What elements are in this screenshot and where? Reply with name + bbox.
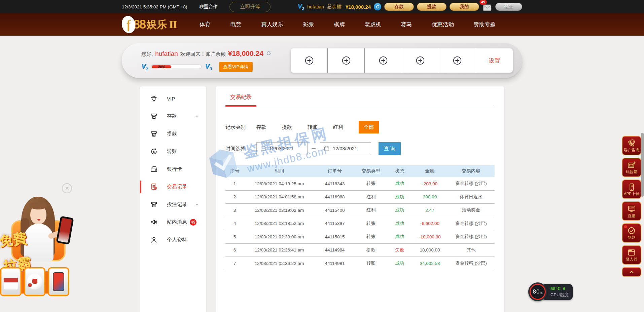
account-sidebar: VIP 存款 提款 $ 转账 银行卡 bbox=[140, 86, 206, 312]
filter-withdraw[interactable]: 提款 bbox=[282, 124, 292, 130]
date-range-dash: 一 bbox=[312, 146, 316, 152]
close-icon[interactable]: × bbox=[62, 183, 72, 193]
sidebar-item-label: VIP bbox=[167, 96, 175, 102]
sidebar-item-profile[interactable]: 个人资料 bbox=[140, 231, 206, 249]
date-from-input[interactable]: 12/03/2021 bbox=[256, 142, 308, 155]
status-badge: 成功 bbox=[387, 181, 412, 187]
amount-value: -203.00 bbox=[412, 181, 448, 186]
sidebar-item-withdraw[interactable]: 提款 bbox=[140, 125, 206, 143]
svg-text:777: 777 bbox=[629, 164, 633, 166]
chevron-up-icon[interactable] bbox=[195, 202, 199, 207]
status-badge: 成功 bbox=[387, 194, 412, 200]
nav-item-sponsorship[interactable]: 赞助专题 bbox=[473, 21, 496, 28]
vip-progress-value: 28% bbox=[158, 65, 165, 69]
filter-all[interactable]: 全部 bbox=[359, 121, 379, 133]
upgrade-button[interactable]: 立即升等 bbox=[229, 2, 271, 12]
table-row: 1 12/03/2021 04:19:25 am 44118343 转账 成功 … bbox=[225, 177, 495, 191]
sidebar-item-site-messages[interactable]: 站内消息 49 bbox=[140, 213, 206, 231]
sidebar-item-vip[interactable]: VIP bbox=[140, 90, 206, 108]
date-to-value: 12/03/2021 bbox=[333, 146, 357, 151]
sidebar-item-label: 银行卡 bbox=[167, 166, 182, 172]
promo-slot-windows bbox=[0, 267, 71, 297]
mine-button[interactable]: 我的 bbox=[450, 3, 479, 11]
live-stream-button[interactable]: LIVE 直播 bbox=[622, 201, 641, 221]
vip-detail-button[interactable]: 查看VIP详情 bbox=[219, 62, 253, 72]
sidebar-item-bet-records[interactable]: 投注记录 bbox=[140, 196, 206, 213]
nav-item-board-games[interactable]: 棋牌 bbox=[334, 21, 345, 28]
sidebar-item-bank-card[interactable]: 银行卡 bbox=[140, 160, 206, 178]
username: hufatian bbox=[307, 4, 324, 9]
bet-record-icon bbox=[150, 201, 158, 208]
add-slot-button-1[interactable] bbox=[291, 48, 327, 73]
refresh-balance-icon[interactable] bbox=[374, 3, 381, 10]
smartphone-icon bbox=[628, 183, 636, 191]
calendar-icon bbox=[324, 146, 330, 152]
record-type-filter: 记录类别 存款 提款 转账 红利 全部 bbox=[225, 121, 495, 133]
transaction-panel: 交易纪录 记录类别 存款 提款 转账 红利 全部 时间选择 12/03/2021… bbox=[216, 86, 504, 312]
play-slots-button[interactable]: 777 玩拉霸 bbox=[622, 158, 641, 177]
slot-prize-football bbox=[24, 267, 45, 296]
logout-button[interactable]: 登出 bbox=[495, 3, 522, 11]
phone-24-icon: 24 bbox=[627, 139, 636, 148]
app-download-button[interactable]: APP下载 bbox=[622, 180, 641, 199]
filter-deposit[interactable]: 存款 bbox=[256, 124, 266, 130]
alliance-link[interactable]: 联盟合作 bbox=[199, 4, 217, 10]
add-slot-button-2[interactable] bbox=[327, 48, 364, 73]
search-button[interactable]: 查 询 bbox=[379, 142, 401, 155]
sidebar-item-deposit[interactable]: 存款 bbox=[140, 108, 206, 125]
customer-service-button[interactable]: 24 客户咨询 bbox=[622, 136, 641, 155]
amount-value: -6,602.00 bbox=[412, 221, 448, 226]
chevron-up-icon[interactable] bbox=[195, 114, 199, 118]
greeting-suffix: 欢迎回来！账户余额 bbox=[180, 51, 226, 57]
sign-in-button[interactable]: 签到 bbox=[622, 223, 641, 243]
sidebar-item-transaction-records[interactable]: 交易记录 bbox=[140, 178, 206, 196]
sidebar-item-transfer[interactable]: $ 转账 bbox=[140, 143, 206, 161]
promo-banner[interactable]: × 免費 拉霸 bbox=[0, 183, 75, 298]
sidebar-item-label: 存款 bbox=[167, 113, 177, 119]
amount-value: 2.47 bbox=[412, 208, 448, 213]
cpu-usage-gauge: 80 % bbox=[528, 282, 547, 301]
tab-transaction-records[interactable]: 交易纪录 bbox=[225, 94, 256, 107]
site-logo[interactable]: f 88 娱乐 Ⅱ bbox=[122, 16, 177, 33]
nav-item-lottery[interactable]: 彩票 bbox=[303, 21, 314, 28]
refresh-icon[interactable] bbox=[266, 50, 272, 56]
messages-icon[interactable]: 49 bbox=[482, 2, 492, 11]
settings-button[interactable]: 设置 bbox=[476, 48, 513, 73]
table-row: 3 12/03/2021 03:19:02 am 44115400 红利 成功 … bbox=[225, 204, 495, 217]
nav-item-sports[interactable]: 体育 bbox=[200, 21, 211, 28]
add-slot-button-5[interactable] bbox=[439, 48, 476, 73]
floating-action-rail: 24 客户咨询 777 玩拉霸 APP下载 LIVE 直播 签到 bbox=[622, 136, 641, 277]
person-icon bbox=[150, 236, 158, 244]
table-header: 序号 时间 订单号 交易类型 状态 金额 交易内容 bbox=[225, 165, 495, 177]
balance-label: 总余额: bbox=[327, 4, 343, 10]
deposit-machine-icon bbox=[150, 112, 158, 120]
balance-amount: ¥18,000.24 bbox=[346, 4, 371, 10]
deposit-button[interactable]: 存款 bbox=[384, 3, 414, 11]
add-slot-button-3[interactable] bbox=[364, 48, 401, 73]
amount-value: 200.00 bbox=[412, 194, 448, 199]
sidebar-item-label: 交易记录 bbox=[167, 184, 187, 190]
filter-transfer[interactable]: 转账 bbox=[308, 124, 318, 130]
launcher-button[interactable]: 登入器 bbox=[622, 245, 641, 265]
add-slot-button-4[interactable] bbox=[402, 48, 439, 73]
status-badge: 成功 bbox=[387, 207, 412, 213]
live-monitor-icon: LIVE bbox=[627, 204, 636, 213]
table-row: 4 12/03/2021 03:18:52 am 44115397 转账 成功 … bbox=[225, 217, 495, 231]
vip-next-icon: V3 bbox=[205, 63, 211, 71]
scrollbar-thumb[interactable] bbox=[641, 133, 644, 197]
date-from-value: 12/03/2021 bbox=[269, 146, 294, 151]
vip-progress-bar: 28% bbox=[151, 65, 202, 69]
filter-bonus[interactable]: 红利 bbox=[333, 124, 343, 130]
nav-item-promotions[interactable]: 优惠活动 bbox=[432, 21, 454, 28]
withdraw-button[interactable]: 提款 bbox=[417, 3, 446, 11]
collapse-rail-button[interactable] bbox=[622, 267, 641, 277]
nav-item-slots[interactable]: 老虎机 bbox=[365, 21, 382, 28]
nav-item-live-casino[interactable]: 真人娱乐 bbox=[261, 21, 283, 28]
sidebar-item-label: 转账 bbox=[167, 148, 177, 155]
nav-item-esports[interactable]: 电竞 bbox=[230, 21, 242, 28]
table-row: 2 12/03/2021 04:01:58 am 44116988 红利 成功 … bbox=[225, 191, 495, 204]
date-to-input[interactable]: 12/03/2021 bbox=[320, 142, 371, 155]
nav-item-horse-racing[interactable]: 赛马 bbox=[401, 21, 412, 28]
sidebar-item-label: 投注记录 bbox=[167, 201, 187, 208]
slot-prize-jersey bbox=[0, 267, 22, 296]
